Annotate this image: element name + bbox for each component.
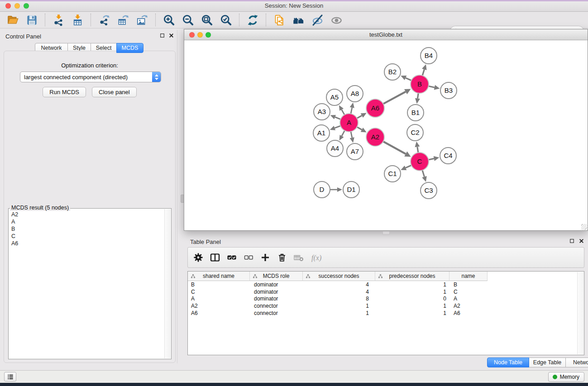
graph-edge-A-A2[interactable] — [357, 127, 362, 130]
table-cell[interactable]: 1 — [375, 310, 449, 316]
table-cell[interactable]: A2 — [188, 303, 250, 309]
mcds-result-item[interactable]: A — [9, 218, 164, 225]
table-cell[interactable]: 1 — [375, 281, 449, 288]
table-cell[interactable]: B — [188, 281, 250, 288]
table-cell[interactable]: 1 — [303, 310, 375, 316]
table-row[interactable]: A2connector11A2 — [188, 302, 584, 310]
zoom-in-button[interactable] — [162, 13, 176, 27]
column-header-predecessor-nodes[interactable]: predecessor nodes — [375, 272, 449, 281]
optimization-criterion-select[interactable]: largest connected component (directed) — [20, 71, 161, 82]
column-header-successor-nodes[interactable]: successor nodes — [303, 272, 375, 281]
close-panel-button[interactable]: Close panel — [92, 87, 137, 97]
control-panel-float-button[interactable] — [159, 33, 165, 38]
mcds-result-item[interactable]: B — [9, 225, 164, 233]
graph-edge-A6-B[interactable] — [383, 92, 406, 104]
export-table-button[interactable] — [116, 13, 130, 27]
neighbors-button[interactable] — [292, 13, 305, 27]
mcds-result-item[interactable]: A6 — [9, 240, 164, 247]
export-image-button[interactable] — [135, 13, 149, 27]
table-cell[interactable]: A2 — [449, 303, 488, 309]
zoom-out-button[interactable] — [181, 13, 195, 27]
graph-edge-A-A3[interactable] — [335, 117, 340, 119]
run-mcds-button[interactable]: Run MCDS — [43, 87, 86, 97]
table-cell[interactable]: dominator — [250, 289, 303, 295]
table-cell[interactable]: 1 — [375, 303, 449, 309]
delete-table-button[interactable] — [293, 252, 305, 263]
table-panel-divider-grip[interactable] — [382, 231, 390, 235]
graph-node-label-D1: D1 — [347, 186, 355, 193]
new-network-button[interactable] — [272, 13, 286, 27]
function-builder-button[interactable] — [310, 252, 326, 263]
table-row[interactable]: Adominator80A — [188, 295, 584, 303]
table-settings-button[interactable] — [192, 252, 204, 263]
column-header-MCDS-role[interactable]: MCDS role — [250, 272, 303, 281]
graph-edge-A-A8[interactable] — [351, 108, 352, 114]
graph-edge-A-A6[interactable] — [357, 115, 362, 118]
table-cell[interactable]: B — [449, 281, 488, 288]
table-cell[interactable]: 0 — [375, 295, 449, 302]
table-cell[interactable]: dominator — [250, 295, 303, 302]
table-cell[interactable]: 1 — [303, 303, 375, 309]
tab-edge-table[interactable]: Edge Table — [529, 357, 566, 367]
table-cell[interactable]: 4 — [303, 281, 375, 288]
tab-network-table[interactable]: Network Table — [565, 357, 588, 367]
table-cell[interactable]: A — [188, 295, 250, 302]
table-cell[interactable]: 1 — [375, 289, 449, 295]
table-cell[interactable]: connector — [250, 310, 303, 316]
table-cell[interactable]: A6 — [449, 310, 488, 316]
table-cell[interactable]: 8 — [303, 295, 375, 302]
graph-edge-B-B4[interactable] — [422, 69, 424, 76]
graph-edge-B-B3[interactable] — [429, 86, 435, 87]
import-table-button[interactable] — [71, 13, 84, 27]
split-panel-button[interactable] — [209, 252, 221, 263]
column-header-shared-name[interactable]: shared name — [188, 272, 250, 281]
graph-edge-A-A5[interactable] — [342, 110, 345, 114]
table-row[interactable]: Cdominator41C — [188, 288, 584, 295]
create-column-button[interactable] — [259, 252, 271, 263]
export-network-button[interactable] — [97, 13, 111, 27]
control-panel-close-button[interactable] — [168, 33, 174, 38]
save-session-button[interactable] — [25, 13, 38, 27]
graph-edge-B-B1[interactable] — [418, 93, 419, 99]
select-all-rows-button[interactable] — [226, 252, 238, 263]
mcds-result-item[interactable]: C — [9, 233, 164, 240]
graph-edge-C-C1[interactable] — [406, 165, 411, 168]
memory-button[interactable]: Memory — [548, 372, 584, 382]
table-row[interactable]: A6connector11A6 — [188, 310, 584, 317]
graph-edge-C-C4[interactable] — [429, 158, 434, 160]
table-panel-close-button[interactable] — [578, 238, 584, 244]
table-panel-float-button[interactable] — [569, 238, 575, 244]
graph-edge-A-A7[interactable] — [351, 132, 352, 138]
zoom-fit-button[interactable] — [200, 13, 214, 27]
window-resize-grip[interactable] — [581, 224, 587, 230]
zoom-selected-button[interactable] — [219, 13, 233, 27]
table-cell[interactable]: connector — [250, 303, 303, 309]
show-all-button[interactable] — [330, 13, 343, 27]
import-network-button[interactable] — [52, 13, 65, 27]
graph-edge-C-C3[interactable] — [422, 170, 425, 177]
mcds-result-scrollbar[interactable] — [164, 209, 171, 358]
graph-edge-B-B2[interactable] — [406, 78, 411, 81]
table-cell[interactable]: C — [449, 289, 488, 295]
table-cell[interactable]: C — [188, 289, 250, 295]
graph-edge-A-A4[interactable] — [342, 131, 344, 136]
node-table-scrollbar[interactable] — [577, 272, 583, 354]
graph-edge-A-A1[interactable] — [335, 126, 340, 128]
table-cell[interactable]: dominator — [250, 281, 303, 288]
graph-edge-C-C2[interactable] — [417, 147, 418, 153]
task-history-button[interactable] — [4, 372, 16, 381]
open-file-button[interactable] — [6, 13, 19, 27]
delete-columns-button[interactable] — [276, 252, 288, 263]
table-cell[interactable]: 4 — [303, 289, 375, 295]
tab-mcds[interactable]: MCDS — [116, 43, 143, 53]
hide-selected-button[interactable] — [311, 13, 324, 27]
deselect-all-rows-button[interactable] — [243, 252, 254, 263]
table-cell[interactable]: A6 — [188, 310, 250, 316]
refresh-button[interactable] — [246, 13, 259, 27]
mcds-result-item[interactable]: A2 — [9, 211, 164, 218]
tab-node-table[interactable]: Node Table — [487, 357, 529, 367]
table-cell[interactable]: A — [449, 295, 488, 302]
table-row[interactable]: Bdominator41B — [188, 281, 584, 288]
graph-edge-A2-C[interactable] — [383, 142, 406, 154]
column-header-name[interactable]: name — [449, 272, 488, 281]
